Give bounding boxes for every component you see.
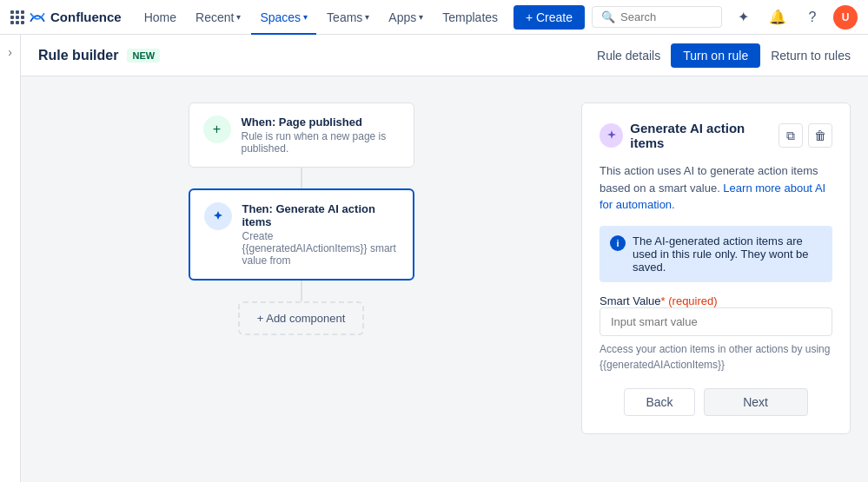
panel-title: Generate AI action items <box>630 121 779 150</box>
add-component-button[interactable]: + Add component <box>238 301 365 335</box>
rule-header-actions: Rule details Turn on rule Return to rule… <box>597 43 851 68</box>
panel-header: Generate AI action items ⧉ 🗑 <box>600 121 832 150</box>
trigger-icon: + <box>203 116 231 143</box>
flow-connector-2 <box>301 281 302 301</box>
chevron-down-icon: ▾ <box>419 12 423 22</box>
smart-value-field: Smart Value* (required) Access your acti… <box>600 294 832 373</box>
canvas: + When: Page published Rule is run when … <box>21 76 868 482</box>
flow-area: + When: Page published Rule is run when … <box>38 102 564 456</box>
turn-on-rule-button[interactable]: Turn on rule <box>671 43 760 68</box>
new-badge: NEW <box>127 49 160 63</box>
avatar[interactable]: U <box>833 5 858 30</box>
copy-button[interactable]: ⧉ <box>779 123 803 148</box>
action-card-title: Then: Generate AI action items <box>242 202 399 228</box>
panel-actions: ⧉ 🗑 <box>779 123 832 148</box>
panel-description: This action uses AI to generate action i… <box>600 162 832 214</box>
nav-item-templates[interactable]: Templates <box>434 0 507 35</box>
trigger-card-title: When: Page published <box>242 116 400 129</box>
action-card-text: Then: Generate AI action items Create {{… <box>242 202 399 267</box>
nav-item-teams[interactable]: Teams ▾ <box>318 0 378 35</box>
main-content: Rule builder NEW Rule details Turn on ru… <box>21 35 868 482</box>
nav-item-recent[interactable]: Recent ▾ <box>187 0 249 35</box>
nav-right: + Create 🔍 ✦ 🔔 ? U <box>514 3 858 31</box>
rule-details-button[interactable]: Rule details <box>597 49 660 63</box>
info-box: i The AI-generated action items are used… <box>600 226 832 282</box>
search-box[interactable]: 🔍 <box>592 6 722 28</box>
chevron-down-icon: ▾ <box>365 12 369 22</box>
panel-title-area: Generate AI action items <box>600 121 779 150</box>
search-input[interactable] <box>620 10 712 23</box>
confluence-logo-icon <box>30 10 45 25</box>
flow-connector-1 <box>301 168 302 188</box>
navbar: Confluence Home Recent ▾ Spaces ▾ Teams … <box>0 0 868 35</box>
required-mark: * (required) <box>661 294 718 307</box>
create-button[interactable]: + Create <box>514 5 585 30</box>
nav-item-home[interactable]: Home <box>136 0 185 35</box>
field-hint: Access your action items in other action… <box>600 341 832 373</box>
info-text: The AI-generated action items are used i… <box>633 234 822 274</box>
logo[interactable]: Confluence <box>10 10 122 25</box>
delete-button[interactable]: 🗑 <box>808 123 832 148</box>
rule-title-area: Rule builder NEW <box>38 48 160 63</box>
trigger-card-text: When: Page published Rule is run when a … <box>242 116 400 155</box>
logo-text: Confluence <box>50 10 122 24</box>
search-icon: 🔍 <box>601 10 615 23</box>
chevron-down-icon: ▾ <box>303 12 308 22</box>
info-icon: i <box>610 235 626 251</box>
notifications-button[interactable]: 🔔 <box>764 3 792 31</box>
rule-title: Rule builder <box>38 48 118 63</box>
action-card-subtitle: Create {{generatedAIActionItems}} smart … <box>242 230 399 267</box>
panel-footer: Back Next <box>600 388 832 416</box>
help-button[interactable]: ? <box>798 3 826 31</box>
action-card[interactable]: Then: Generate AI action items Create {{… <box>189 188 414 281</box>
next-button[interactable]: Next <box>704 388 808 416</box>
rule-header: Rule builder NEW Rule details Turn on ru… <box>21 35 868 76</box>
ai-spark-icon <box>600 123 623 148</box>
action-panel: Generate AI action items ⧉ 🗑 This action… <box>581 102 851 434</box>
chevron-down-icon: ▾ <box>236 12 241 22</box>
action-icon <box>204 202 232 230</box>
field-label: Smart Value* (required) <box>600 294 832 307</box>
smart-value-input[interactable] <box>600 307 832 336</box>
sidebar-toggle-icon: › <box>8 45 12 59</box>
return-to-rules-button[interactable]: Return to rules <box>771 49 851 63</box>
trigger-card-subtitle: Rule is run when a new page is published… <box>242 130 400 155</box>
nav-item-spaces[interactable]: Spaces ▾ <box>251 0 316 35</box>
back-button[interactable]: Back <box>624 388 694 416</box>
ai-button[interactable]: ✦ <box>729 3 757 31</box>
trigger-card[interactable]: + When: Page published Rule is run when … <box>189 102 414 168</box>
nav-items: Home Recent ▾ Spaces ▾ Teams ▾ Apps ▾ Te… <box>136 0 514 35</box>
nav-item-apps[interactable]: Apps ▾ <box>380 0 432 35</box>
layout: › Rule builder NEW Rule details Turn on … <box>0 35 868 482</box>
sidebar-toggle[interactable]: › <box>0 35 21 482</box>
grid-icon <box>10 10 24 24</box>
